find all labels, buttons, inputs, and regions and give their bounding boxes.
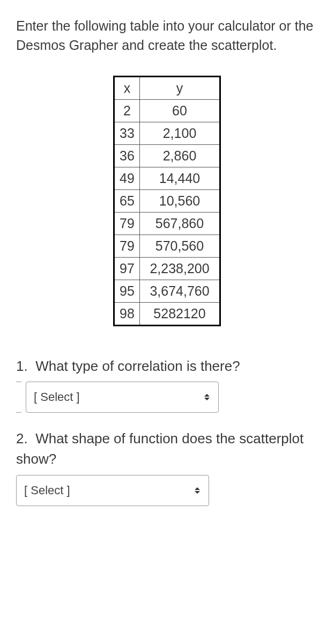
- cell-y: 567,860: [140, 212, 220, 235]
- cell-y: 570,560: [140, 235, 220, 257]
- table-row: 79 570,560: [114, 235, 220, 257]
- cell-y: 2,238,200: [140, 257, 220, 280]
- question-2-select-placeholder: [ Select ]: [24, 484, 70, 497]
- question-1-text: 1. What type of correlation is there?: [16, 356, 318, 377]
- table-row: 97 2,238,200: [114, 257, 220, 280]
- question-1-number: 1.: [16, 358, 28, 374]
- cell-y: 2,100: [140, 122, 220, 144]
- cell-y: 60: [140, 99, 220, 122]
- table-row: 49 14,440: [114, 167, 220, 189]
- cell-x: 49: [114, 167, 140, 189]
- question-2-select[interactable]: [ Select ]: [16, 475, 209, 506]
- table-row: 79 567,860: [114, 212, 220, 235]
- cell-y: 2,860: [140, 144, 220, 167]
- question-1-body: What type of correlation is there?: [35, 358, 240, 374]
- cell-x: 79: [114, 212, 140, 235]
- table-row: 2 60: [114, 99, 220, 122]
- header-y: y: [140, 76, 220, 99]
- cell-y: 10,560: [140, 189, 220, 212]
- cell-y: 5282120: [140, 302, 220, 325]
- question-2-body: What shape of function does the scatterp…: [16, 430, 303, 467]
- cell-x: 65: [114, 189, 140, 212]
- data-table-wrap: x y 2 60 33 2,100 36 2,860 49 14,440 65 …: [16, 76, 318, 326]
- table-row: 95 3,674,760: [114, 280, 220, 302]
- question-2-text: 2. What shape of function does the scatt…: [16, 429, 318, 469]
- cell-x: 2: [114, 99, 140, 122]
- question-2: 2. What shape of function does the scatt…: [16, 429, 318, 506]
- chevron-up-down-icon: [194, 486, 201, 495]
- table-row: 33 2,100: [114, 122, 220, 144]
- table-row: 98 5282120: [114, 302, 220, 325]
- cell-x: 98: [114, 302, 140, 325]
- cell-x: 97: [114, 257, 140, 280]
- question-2-number: 2.: [16, 430, 28, 447]
- chevron-up-down-icon: [203, 392, 211, 402]
- cell-x: 33: [114, 122, 140, 144]
- answer-marker: [16, 382, 21, 413]
- intro-text: Enter the following table into your calc…: [16, 16, 318, 55]
- table-header-row: x y: [114, 76, 220, 99]
- cell-y: 14,440: [140, 167, 220, 189]
- cell-x: 95: [114, 280, 140, 302]
- cell-x: 79: [114, 235, 140, 257]
- question-1-select[interactable]: [ Select ]: [26, 382, 219, 413]
- header-x: x: [114, 76, 140, 99]
- table-row: 36 2,860: [114, 144, 220, 167]
- data-table: x y 2 60 33 2,100 36 2,860 49 14,440 65 …: [113, 76, 221, 326]
- question-1-select-placeholder: [ Select ]: [34, 390, 80, 404]
- table-row: 65 10,560: [114, 189, 220, 212]
- question-1: 1. What type of correlation is there? [ …: [16, 356, 318, 413]
- cell-x: 36: [114, 144, 140, 167]
- cell-y: 3,674,760: [140, 280, 220, 302]
